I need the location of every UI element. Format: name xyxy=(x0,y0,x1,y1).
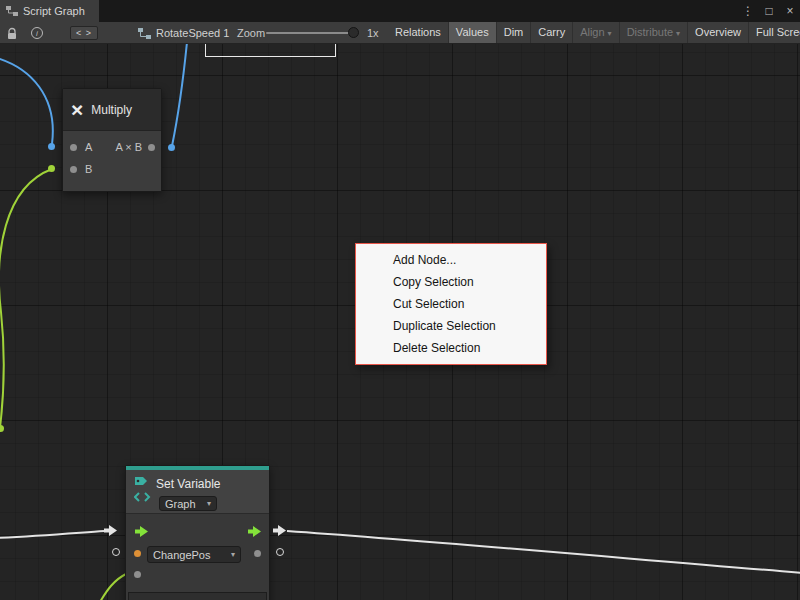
port-dot-blue-output[interactable] xyxy=(168,144,175,151)
code-view-icon: < > xyxy=(70,26,98,40)
lock-icon xyxy=(6,27,18,40)
chevron-down-icon: ▾ xyxy=(231,550,235,559)
multiply-row-b: B xyxy=(63,158,161,180)
flow-arrow-out[interactable] xyxy=(273,525,287,537)
menu-item-cut-selection[interactable]: Cut Selection xyxy=(356,293,546,315)
script-graph-icon xyxy=(6,5,18,17)
control-out-port[interactable] xyxy=(248,526,262,538)
distribute-button[interactable]: Distribute▾ xyxy=(619,22,687,44)
chevron-down-icon: ▾ xyxy=(608,29,612,38)
wire-green-left xyxy=(0,169,52,428)
window-menu-button[interactable]: ⋮ xyxy=(742,4,754,18)
port-ring-left[interactable] xyxy=(112,548,120,556)
window-close-button[interactable]: × xyxy=(784,4,796,18)
zoom-value: 1x xyxy=(367,22,379,44)
full-screen-button[interactable]: Full Screen xyxy=(748,22,800,44)
chevron-down-icon: ▾ xyxy=(676,29,680,38)
wire-green-bottom xyxy=(100,574,126,600)
variable-dropdown-value: ChangePos xyxy=(153,549,211,561)
window-controls: ⋮ □ × xyxy=(742,0,796,22)
script-graph-window: × Multiply A A × B B xyxy=(0,0,800,600)
zoom-slider-track[interactable] xyxy=(266,32,356,34)
value-out-port[interactable] xyxy=(254,550,261,557)
tab-script-graph[interactable]: Script Graph xyxy=(0,0,99,22)
wire-white-in xyxy=(0,531,104,538)
port-a-dot[interactable] xyxy=(70,144,77,151)
control-in-port[interactable] xyxy=(135,526,149,538)
overview-button[interactable]: Overview xyxy=(687,22,748,44)
values-button[interactable]: Values xyxy=(448,22,496,44)
menu-item-copy-selection[interactable]: Copy Selection xyxy=(356,271,546,293)
menu-item-add-node[interactable]: Add Node... xyxy=(356,249,546,271)
node-multiply[interactable]: × Multiply A A × B B xyxy=(62,88,162,192)
set-variable-title: Set Variable xyxy=(156,477,220,491)
context-menu: Add Node... Copy Selection Cut Selection… xyxy=(355,243,547,365)
window-maximize-button[interactable]: □ xyxy=(763,4,775,18)
multiply-row-a: A A × B xyxy=(63,136,161,158)
multiply-header[interactable]: × Multiply xyxy=(63,89,161,131)
wire-blue-up xyxy=(172,44,187,146)
multiply-title: Multiply xyxy=(91,103,132,117)
dim-button[interactable]: Dim xyxy=(496,22,531,44)
port-ring-right[interactable] xyxy=(276,548,284,556)
carry-button[interactable]: Carry xyxy=(530,22,572,44)
set-variable-header[interactable]: Set Variable Graph ▾ xyxy=(126,470,269,514)
port-a-label: A xyxy=(85,141,92,153)
zoom-label: Zoom xyxy=(237,22,265,44)
graph-toolbar: i < > RotateSpeed 1 Zoom 1x Relations Va… xyxy=(0,22,800,44)
graph-canvas[interactable]: × Multiply A A × B B xyxy=(0,44,800,600)
chevron-down-icon: ▾ xyxy=(207,499,211,508)
port-result-label: A × B xyxy=(115,141,142,153)
wire-blue-left xyxy=(0,58,53,144)
relations-button[interactable]: Relations xyxy=(388,22,448,44)
align-button[interactable]: Align▾ xyxy=(572,22,618,44)
lock-button[interactable] xyxy=(6,22,18,44)
toolbar-buttons: Relations Values Dim Carry Align▾ Distri… xyxy=(388,22,800,44)
set-variable-icon xyxy=(134,475,151,503)
info-icon: i xyxy=(31,27,43,39)
zoom-slider-knob[interactable] xyxy=(348,27,359,38)
set-variable-sub-panel xyxy=(128,592,267,600)
menu-item-delete-selection[interactable]: Delete Selection xyxy=(356,337,546,359)
graph-breadcrumb[interactable]: RotateSpeed 1 xyxy=(138,22,229,44)
variable-dropdown[interactable]: ChangePos ▾ xyxy=(147,546,241,563)
window-titlebar: Script Graph ⋮ □ × xyxy=(0,0,800,22)
port-dot-blue-input[interactable] xyxy=(48,143,55,150)
node-set-variable[interactable]: Set Variable Graph ▾ ChangePos ▾ xyxy=(125,465,270,600)
extra-port[interactable] xyxy=(134,571,141,578)
wire-white-out xyxy=(287,531,800,573)
graph-asset-icon xyxy=(138,28,151,39)
code-view-button[interactable]: < > xyxy=(70,22,98,44)
value-port-orange[interactable] xyxy=(134,550,141,557)
scope-dropdown-value: Graph xyxy=(165,498,196,510)
port-result-dot[interactable] xyxy=(148,144,155,151)
info-button[interactable]: i xyxy=(31,22,43,44)
port-b-label: B xyxy=(85,163,92,175)
multiply-body: A A × B B xyxy=(63,131,161,191)
graph-name: RotateSpeed 1 xyxy=(156,27,229,39)
scope-dropdown[interactable]: Graph ▾ xyxy=(159,496,217,511)
port-b-dot[interactable] xyxy=(70,166,77,173)
multiply-icon: × xyxy=(71,99,83,120)
menu-item-duplicate-selection[interactable]: Duplicate Selection xyxy=(356,315,546,337)
tab-title: Script Graph xyxy=(23,5,85,17)
port-dot-green-output[interactable] xyxy=(48,165,55,172)
flow-arrow-in[interactable] xyxy=(104,525,118,537)
